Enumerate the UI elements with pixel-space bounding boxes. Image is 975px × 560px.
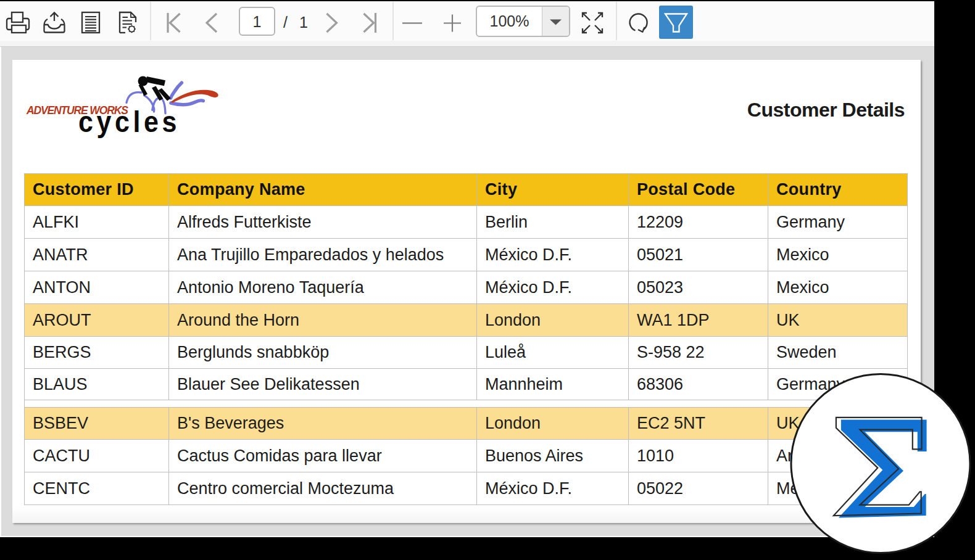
svg-text:ADVENTURE WORKS: ADVENTURE WORKS xyxy=(26,104,128,117)
svg-text:cycles: cycles xyxy=(78,104,178,138)
